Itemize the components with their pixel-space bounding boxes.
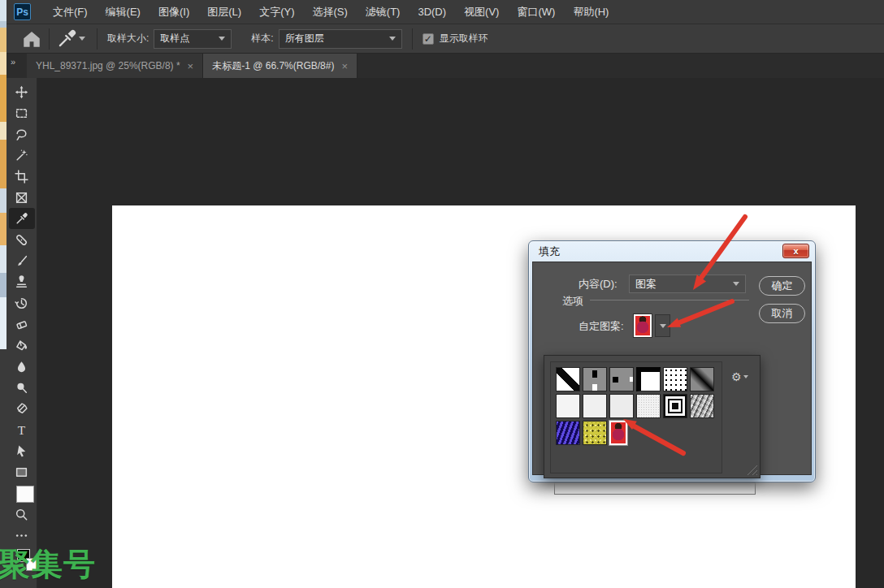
show-sampling-ring-label: 显示取样环 [440, 32, 488, 45]
sample-size-dropdown[interactable]: 取样点 [154, 29, 232, 49]
close-icon[interactable]: × [341, 60, 348, 72]
tool-eraser[interactable] [9, 313, 35, 335]
panel-collapse-icon[interactable]: » [6, 54, 27, 78]
pattern-swatch[interactable] [636, 367, 661, 391]
pattern-swatch[interactable] [663, 394, 687, 418]
group-divider [590, 300, 749, 300]
fill-dialog: 填充 x 内容(D): 图案 确定 取消 选项 自定图案: [528, 240, 816, 482]
dialog-body: 内容(D): 图案 确定 取消 选项 自定图案: [532, 262, 812, 475]
tool-crop[interactable] [9, 166, 35, 187]
tool-blur[interactable] [9, 356, 35, 377]
eyedropper-preset-icon[interactable] [56, 28, 77, 50]
tool-zoom[interactable] [9, 504, 35, 525]
menu-help[interactable]: 帮助(H) [564, 0, 618, 24]
watermark-text: 聚集号 [0, 543, 96, 586]
pattern-swatch[interactable] [583, 421, 607, 445]
close-button[interactable]: x [782, 244, 809, 258]
pattern-swatch[interactable] [663, 367, 687, 391]
pattern-swatch[interactable] [583, 394, 607, 418]
chevron-down-icon [660, 324, 666, 328]
tool-pen[interactable] [9, 398, 35, 419]
pattern-swatch[interactable] [609, 394, 634, 418]
pattern-swatch[interactable] [556, 421, 580, 445]
pattern-settings-gear-icon[interactable]: ⚙ [731, 370, 748, 383]
background-color-swatch-large[interactable] [16, 486, 34, 503]
content-dropdown[interactable]: 图案 [629, 275, 746, 293]
menu-view[interactable]: 视图(V) [455, 0, 508, 24]
tool-rectangle[interactable] [9, 461, 35, 482]
menu-bar: Ps 文件(F) 编辑(E) 图像(I) 图层(L) 文字(Y) 选择(S) 滤… [6, 0, 884, 24]
pattern-swatch[interactable] [690, 367, 714, 391]
chevron-down-icon [389, 37, 396, 41]
custom-pattern-preview[interactable] [634, 314, 652, 337]
options-group-label: 选项 [562, 294, 583, 309]
obscured-section-outline [554, 482, 756, 495]
tool-paint-bucket[interactable] [9, 335, 35, 356]
pattern-swatch[interactable] [609, 367, 634, 391]
pattern-swatch-selected[interactable] [609, 421, 627, 445]
tool-spot-healing[interactable] [9, 229, 35, 250]
tool-path-selection[interactable] [9, 440, 35, 461]
tool-move[interactable] [9, 81, 35, 102]
menu-edit[interactable]: 编辑(E) [97, 0, 150, 24]
tool-frame[interactable] [9, 187, 35, 208]
menu-3d[interactable]: 3D(D) [409, 0, 455, 24]
separator [49, 28, 50, 50]
tool-eyedropper[interactable] [9, 208, 35, 229]
menu-type[interactable]: 文字(Y) [250, 0, 303, 24]
gear-icon: ⚙ [731, 370, 742, 383]
content-label: 内容(D): [578, 277, 618, 292]
resize-grip[interactable] [746, 464, 757, 475]
chevron-down-icon [743, 375, 748, 378]
svg-text:T: T [18, 423, 26, 437]
cancel-button[interactable]: 取消 [759, 304, 805, 323]
menu-select[interactable]: 选择(S) [303, 0, 356, 24]
tool-dodge[interactable] [9, 377, 35, 398]
pattern-picker-popup: ⚙ [544, 355, 760, 478]
sample-value: 所有图层 [285, 32, 324, 45]
menu-layer[interactable]: 图层(L) [198, 0, 250, 24]
tab-label: YHL_89371.jpg @ 25%(RGB/8) * [36, 60, 180, 71]
dialog-title: 填充 [539, 244, 560, 259]
ok-button[interactable]: 确定 [759, 276, 805, 296]
menu-image[interactable]: 图像(I) [150, 0, 198, 24]
pattern-swatch[interactable] [556, 367, 580, 391]
tab-yhl-89371[interactable]: YHL_89371.jpg @ 25%(RGB/8) * × [27, 54, 203, 78]
tab-label: 未标题-1 @ 66.7%(RGB/8#) [212, 59, 334, 73]
chevron-down-icon [733, 282, 739, 286]
chevron-down-icon [219, 37, 225, 41]
chevron-down-icon[interactable] [79, 37, 85, 41]
tool-options-bar: 取样大小: 取样点 样本: 所有图层 ✓ 显示取样环 [6, 24, 884, 54]
tool-lasso[interactable] [9, 123, 35, 145]
background-window-sliver [0, 0, 6, 588]
tool-clone-stamp[interactable] [9, 271, 35, 292]
tool-quick-selection[interactable] [9, 145, 35, 166]
custom-pattern-label: 自定图案: [578, 319, 624, 334]
content-value: 图案 [635, 277, 656, 292]
tool-brush[interactable] [9, 250, 35, 271]
tab-untitled-1[interactable]: 未标题-1 @ 66.7%(RGB/8#) × [203, 54, 358, 78]
photoshop-logo: Ps [14, 3, 31, 20]
document-tab-bar: » YHL_89371.jpg @ 25%(RGB/8) * × 未标题-1 @… [6, 54, 884, 78]
pattern-picker-panel [550, 361, 722, 473]
tool-marquee[interactable] [9, 102, 35, 123]
sample-label: 样本: [251, 32, 273, 45]
sample-size-label: 取样大小: [107, 32, 149, 45]
close-icon[interactable]: × [188, 60, 194, 72]
pattern-swatch[interactable] [690, 394, 714, 418]
tools-panel: T [6, 78, 37, 588]
pattern-grid [556, 367, 719, 445]
show-sampling-ring-checkbox[interactable]: ✓ [422, 33, 434, 45]
pattern-swatch[interactable] [556, 394, 580, 418]
sample-size-value: 取样点 [160, 32, 189, 45]
tool-history-brush[interactable] [9, 292, 35, 313]
menu-file[interactable]: 文件(F) [44, 0, 97, 24]
pattern-swatch[interactable] [583, 367, 607, 391]
sample-dropdown[interactable]: 所有图层 [279, 29, 402, 49]
menu-filter[interactable]: 滤镜(T) [357, 0, 410, 24]
menu-window[interactable]: 窗口(W) [508, 0, 564, 24]
tool-type[interactable]: T [9, 419, 35, 440]
custom-pattern-dropdown-button[interactable] [655, 314, 670, 337]
home-icon[interactable] [21, 28, 42, 50]
pattern-swatch[interactable] [636, 394, 661, 418]
